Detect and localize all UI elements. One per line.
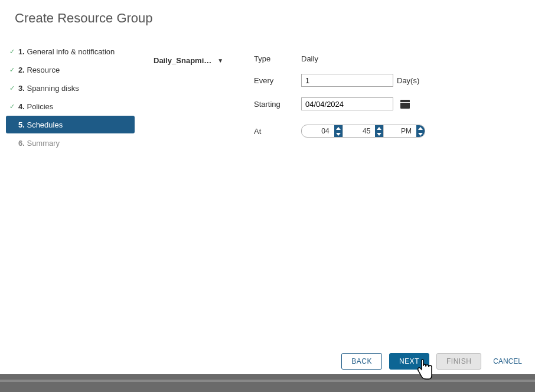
row-type: Type Daily bbox=[254, 54, 425, 63]
svg-marker-1 bbox=[336, 133, 341, 136]
svg-marker-0 bbox=[336, 127, 341, 130]
starting-label: Starting bbox=[254, 100, 301, 109]
check-icon: ✓ bbox=[9, 103, 17, 110]
every-unit: Day(s) bbox=[397, 76, 419, 85]
step-schedules[interactable]: ✓ 5. Schedules bbox=[6, 116, 135, 133]
wizard-steps: ✓ 1. General info & notification ✓ 2. Re… bbox=[0, 43, 154, 152]
back-button[interactable]: BACK bbox=[341, 353, 382, 370]
hour-value[interactable]: 04 bbox=[302, 125, 334, 137]
row-starting: Starting bbox=[254, 97, 425, 110]
type-value: Daily bbox=[301, 54, 318, 63]
time-spinner: 04 45 bbox=[301, 125, 425, 138]
main-panel: Daily_Snapmi… ▼ Type Daily Every Day(s) … bbox=[154, 43, 535, 152]
ampm-value[interactable]: PM bbox=[384, 125, 416, 137]
calendar-icon[interactable] bbox=[400, 100, 410, 109]
cancel-link[interactable]: CANCEL bbox=[488, 357, 527, 365]
step-spanning-disks[interactable]: ✓ 3. Spanning disks bbox=[6, 79, 154, 97]
step-policies[interactable]: ✓ 4. Policies bbox=[6, 97, 154, 115]
at-label: At bbox=[254, 127, 301, 136]
bottom-bar bbox=[0, 374, 535, 392]
finish-button: FINISH bbox=[436, 353, 481, 370]
ampm-segment: PM bbox=[384, 125, 425, 137]
hour-segment: 04 bbox=[302, 125, 343, 137]
check-icon: ✓ bbox=[9, 66, 17, 74]
hour-down-button[interactable] bbox=[334, 131, 342, 137]
step-general-info[interactable]: ✓ 1. General info & notification bbox=[6, 43, 154, 60]
minute-value[interactable]: 45 bbox=[343, 125, 376, 137]
policy-dropdown-label: Daily_Snapmi… bbox=[154, 56, 211, 65]
schedule-form: Type Daily Every Day(s) Starting At 04 bbox=[236, 54, 425, 152]
minute-down-button[interactable] bbox=[375, 131, 383, 137]
svg-marker-3 bbox=[377, 133, 381, 136]
minute-up-button[interactable] bbox=[375, 125, 383, 131]
ampm-down-button[interactable] bbox=[416, 131, 425, 137]
check-icon: ✓ bbox=[9, 84, 17, 92]
step-resource[interactable]: ✓ 2. Resource bbox=[6, 61, 154, 79]
footer-buttons: BACK NEXT FINISH CANCEL bbox=[341, 353, 527, 370]
policy-dropdown[interactable]: Daily_Snapmi… ▼ bbox=[154, 54, 236, 66]
next-button[interactable]: NEXT bbox=[389, 353, 429, 370]
svg-marker-4 bbox=[418, 127, 423, 130]
hour-up-button[interactable] bbox=[334, 125, 342, 131]
starting-input[interactable] bbox=[301, 97, 393, 110]
svg-marker-2 bbox=[377, 127, 381, 130]
every-input[interactable] bbox=[301, 74, 393, 87]
minute-segment: 45 bbox=[343, 125, 384, 137]
type-label: Type bbox=[254, 54, 301, 63]
svg-marker-5 bbox=[418, 133, 423, 136]
caret-down-icon: ▼ bbox=[217, 57, 223, 64]
content: ✓ 1. General info & notification ✓ 2. Re… bbox=[0, 26, 535, 152]
row-at: At 04 45 bbox=[254, 125, 425, 138]
check-icon: ✓ bbox=[9, 48, 17, 55]
page-title: Create Resource Group bbox=[0, 0, 535, 26]
every-label: Every bbox=[254, 76, 301, 85]
ampm-up-button[interactable] bbox=[416, 125, 425, 131]
step-summary: ✓ 6. Summary bbox=[6, 134, 154, 152]
row-every: Every Day(s) bbox=[254, 74, 425, 87]
